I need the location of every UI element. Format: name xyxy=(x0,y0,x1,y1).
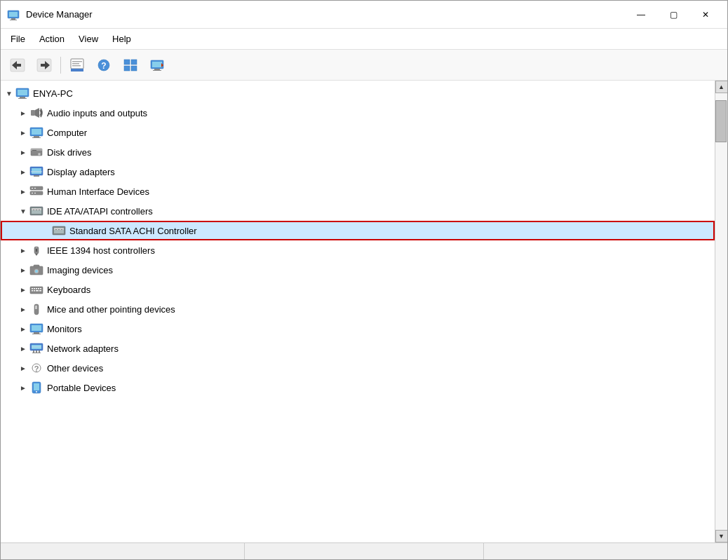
minimize-button[interactable]: — xyxy=(625,4,657,26)
disk-label: Disk drives xyxy=(47,147,92,158)
hid-icon xyxy=(29,184,44,198)
svg-rect-10 xyxy=(72,61,82,62)
other-label: Other devices xyxy=(47,363,103,374)
scroll-track[interactable] xyxy=(715,93,728,530)
svg-rect-83 xyxy=(32,334,41,334)
tree-item-sata[interactable]: Standard SATA ACHI Controller xyxy=(1,221,715,240)
tree-item-mice[interactable]: ► Mice and other pointing devices xyxy=(1,299,715,319)
properties-button[interactable] xyxy=(65,53,90,77)
forward-button[interactable] xyxy=(32,53,57,77)
tree-item-other[interactable]: ► ? Other devices xyxy=(1,358,715,378)
mouse-icon xyxy=(29,302,44,316)
svg-rect-1 xyxy=(9,12,18,17)
network-icon xyxy=(29,341,44,355)
root-toggle[interactable]: ▼ xyxy=(4,88,15,99)
toolbar-separator-1 xyxy=(60,57,61,74)
svg-rect-47 xyxy=(34,193,36,193)
svg-rect-21 xyxy=(154,69,160,70)
svg-rect-11 xyxy=(72,63,79,64)
ieee-toggle[interactable]: ► xyxy=(18,245,29,256)
tree-item-hid[interactable]: ► Human Interface Devices xyxy=(1,182,715,201)
tree-root[interactable]: ▼ ENYA-PC xyxy=(1,83,715,103)
svg-rect-76 xyxy=(36,290,39,292)
tree-item-network[interactable]: ► Network adapters xyxy=(1,339,715,358)
back-icon xyxy=(9,57,26,74)
network-label: Network adapters xyxy=(47,343,119,354)
mice-toggle[interactable]: ► xyxy=(18,303,29,315)
computer-toggle[interactable]: ► xyxy=(18,127,29,138)
tree-item-computer[interactable]: ► Computer xyxy=(1,123,715,142)
device-tree[interactable]: ▼ ENYA-PC ► xyxy=(1,81,715,542)
svg-rect-73 xyxy=(40,288,41,289)
tree-item-keyboards[interactable]: ► Keyboards xyxy=(1,280,715,299)
tree-item-disk[interactable]: ► Disk drives xyxy=(1,142,715,162)
svg-text:?: ? xyxy=(34,364,39,373)
view-button[interactable] xyxy=(118,53,143,77)
network-toggle[interactable]: ► xyxy=(18,343,29,354)
svg-rect-69 xyxy=(32,288,33,289)
menu-help[interactable]: Help xyxy=(105,31,138,47)
svg-rect-25 xyxy=(18,90,27,95)
svg-point-95 xyxy=(36,391,37,392)
display-label: Display adapters xyxy=(47,167,115,177)
keyboards-toggle[interactable]: ► xyxy=(18,284,29,295)
imaging-icon xyxy=(29,263,44,277)
sata-icon xyxy=(51,224,67,238)
help-button[interactable]: ? xyxy=(91,53,116,77)
svg-point-67 xyxy=(35,270,38,273)
view-icon xyxy=(122,57,139,74)
scan-button[interactable] xyxy=(144,53,170,77)
tree-item-portable[interactable]: ► Portable Devices xyxy=(1,378,715,397)
svg-rect-82 xyxy=(34,332,39,334)
tree-item-ieee[interactable]: ► IEEE 1394 host controllers xyxy=(1,240,715,260)
help-icon: ? xyxy=(95,57,112,74)
menu-bar: File Action View Help xyxy=(1,29,727,50)
menu-action[interactable]: Action xyxy=(32,31,72,47)
svg-rect-72 xyxy=(38,288,39,289)
svg-rect-37 xyxy=(32,150,36,151)
back-button[interactable] xyxy=(5,53,30,77)
vertical-scrollbar[interactable]: ▲ ▼ xyxy=(715,81,727,542)
svg-rect-22 xyxy=(153,70,161,71)
svg-rect-74 xyxy=(32,290,33,292)
svg-rect-44 xyxy=(32,188,33,189)
menu-view[interactable]: View xyxy=(72,31,105,47)
tree-item-monitors[interactable]: ► Monitors xyxy=(1,319,715,339)
tree-item-display[interactable]: ► Display adapters xyxy=(1,162,715,182)
scroll-thumb[interactable] xyxy=(715,100,727,142)
svg-text:?: ? xyxy=(101,61,106,71)
ide-toggle[interactable]: ▼ xyxy=(18,205,29,217)
app-icon xyxy=(6,8,20,22)
other-toggle[interactable]: ► xyxy=(18,362,29,374)
maximize-button[interactable]: ▢ xyxy=(657,4,689,26)
svg-rect-90 xyxy=(32,353,41,353)
title-bar: Device Manager — ▢ ✕ xyxy=(1,1,727,29)
svg-rect-26 xyxy=(20,97,25,98)
portable-toggle[interactable]: ► xyxy=(18,382,29,393)
window-controls: — ▢ ✕ xyxy=(625,4,722,26)
svg-rect-27 xyxy=(18,98,27,99)
svg-rect-16 xyxy=(131,60,137,64)
svg-rect-31 xyxy=(32,129,41,135)
disk-icon xyxy=(29,145,44,159)
tree-item-audio[interactable]: ► Audio inputs and outputs xyxy=(1,103,715,123)
scroll-up-arrow[interactable]: ▲ xyxy=(715,81,728,93)
monitors-toggle[interactable]: ► xyxy=(18,323,29,334)
close-button[interactable]: ✕ xyxy=(689,4,722,26)
imaging-toggle[interactable]: ► xyxy=(18,264,29,275)
svg-rect-52 xyxy=(36,210,37,210)
display-toggle[interactable]: ► xyxy=(18,166,29,177)
hid-toggle[interactable]: ► xyxy=(18,186,29,197)
disk-toggle[interactable]: ► xyxy=(18,146,29,158)
tree-item-imaging[interactable]: ► Imaging devices xyxy=(1,260,715,280)
other-icon: ? xyxy=(29,361,44,375)
menu-file[interactable]: File xyxy=(4,31,32,47)
tree-item-ide[interactable]: ▼ IDE ATA/ATAPI controllers xyxy=(1,201,715,221)
audio-toggle[interactable]: ► xyxy=(18,107,29,118)
svg-rect-75 xyxy=(34,290,35,292)
portable-label: Portable Devices xyxy=(47,383,116,393)
scroll-down-arrow[interactable]: ▼ xyxy=(715,530,728,542)
status-bar xyxy=(1,542,727,559)
display-icon xyxy=(29,165,44,179)
ieee-icon xyxy=(29,243,44,257)
